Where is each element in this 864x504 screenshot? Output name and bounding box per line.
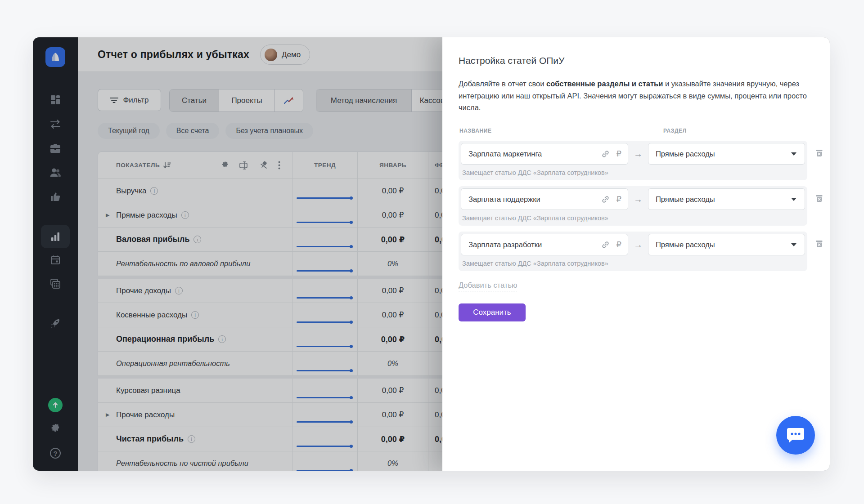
trash-icon <box>814 194 824 203</box>
delete-article-button[interactable] <box>814 194 824 205</box>
chevron-down-icon <box>791 198 796 201</box>
save-button[interactable]: Сохранить <box>459 303 526 321</box>
name-column-label: НАЗВАНИЕ <box>459 128 492 134</box>
ruble-icon[interactable]: ₽ <box>616 149 621 159</box>
maps-to-arrow: → <box>628 240 648 250</box>
article-row: Зарплата разработки ₽ → Прямые расходы З… <box>459 232 830 271</box>
section-select[interactable]: Прямые расходы <box>648 234 805 255</box>
article-row: Зарплата маркетинга ₽ → Прямые расходы З… <box>459 141 830 180</box>
section-select[interactable]: Прямые расходы <box>648 143 805 165</box>
article-row: Зарплата поддержки ₽ → Прямые расходы За… <box>459 186 830 226</box>
maps-to-arrow: → <box>628 194 648 205</box>
app-root: Отчет о прибылях и убытках Демо Фильтр С… <box>0 0 864 504</box>
chat-fab-button[interactable] <box>776 416 815 455</box>
delete-article-button[interactable] <box>814 148 824 159</box>
ruble-icon[interactable]: ₽ <box>616 194 621 204</box>
add-article-link[interactable]: Добавить статью <box>459 281 517 291</box>
replaces-note: Замещает статью ДДС «Зарплата сотруднико… <box>462 260 805 267</box>
link-icon[interactable] <box>601 241 610 249</box>
chevron-down-icon <box>791 152 796 156</box>
delete-article-button[interactable] <box>814 239 824 250</box>
ruble-icon[interactable]: ₽ <box>616 240 621 250</box>
app-window: Отчет о прибылях и убытках Демо Фильтр С… <box>33 37 830 471</box>
column-labels: НАЗВАНИЕ РАЗДЕЛ <box>459 128 830 135</box>
article-name-input[interactable]: Зарплата разработки ₽ <box>461 234 628 255</box>
chevron-down-icon <box>791 243 796 246</box>
link-icon[interactable] <box>601 195 610 204</box>
section-column-label: РАЗДЕЛ <box>663 128 687 134</box>
drawer-description: Добавляйте в отчет свои собственные разд… <box>459 78 815 114</box>
article-name-input[interactable]: Зарплата поддержки ₽ <box>461 188 628 210</box>
settings-drawer: Настройка статей ОПиУ Добавляйте в отчет… <box>442 37 830 471</box>
section-select[interactable]: Прямые расходы <box>648 188 805 210</box>
maps-to-arrow: → <box>628 149 648 159</box>
trash-icon <box>814 239 824 249</box>
replaces-note: Замещает статью ДДС «Зарплата сотруднико… <box>462 169 805 176</box>
trash-icon <box>814 148 824 158</box>
article-name-input[interactable]: Зарплата маркетинга ₽ <box>461 143 628 165</box>
link-icon[interactable] <box>601 150 610 158</box>
chat-bubble-icon <box>786 426 805 444</box>
replaces-note: Замещает статью ДДС «Зарплата сотруднико… <box>462 214 805 222</box>
drawer-title: Настройка статей ОПиУ <box>459 55 830 66</box>
